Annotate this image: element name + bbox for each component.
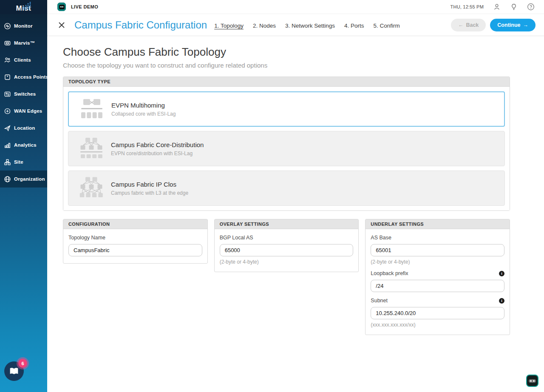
marvis-chat-button[interactable] — [526, 375, 538, 387]
mist-dots-icon — [23, 2, 34, 10]
as-base-label: AS Base — [371, 235, 391, 241]
bgp-local-as-hint: (2-byte or 4-byte) — [220, 259, 354, 265]
brand-logo[interactable]: Mist — [0, 0, 47, 14]
info-icon[interactable]: i — [499, 271, 504, 276]
wizard-steps: 1. Topology 2. Nodes 3. Network Settings… — [214, 23, 400, 29]
topology-option-subtitle: Collapsed core with ESI-Lag — [111, 111, 176, 117]
topology-option-title: Campus Fabric Core-Distribution — [111, 141, 204, 148]
marvis-icon — [4, 40, 11, 47]
topology-option-title: EVPN Multihoming — [111, 102, 176, 109]
topology-option-ip-clos[interactable]: Campus Fabric IP Clos Campus fabric with… — [68, 170, 505, 206]
wizard-header: Campus Fabric Configuration 1. Topology … — [47, 14, 544, 36]
wizard-title: Campus Fabric Configuration — [74, 19, 207, 31]
loopback-prefix-label: Loopback prefix — [371, 270, 408, 276]
organization-icon — [4, 176, 11, 183]
overlay-settings-panel: OVERLAY SETTINGS BGP Local AS (2-byte or… — [214, 219, 359, 272]
topology-type-header: TOPOLOGY TYPE — [63, 77, 510, 87]
sidebar-item-wan-edges[interactable]: WAN Edges — [0, 102, 47, 119]
sidebar-item-label: Marvis™ — [14, 40, 35, 45]
wan-edges-icon — [4, 108, 11, 115]
sidebar-item-organization[interactable]: Organization — [0, 170, 47, 187]
sidebar-item-label: WAN Edges — [14, 108, 42, 114]
sidebar-item-label: Monitor — [14, 23, 33, 28]
sidebar-item-access-points[interactable]: Access Points — [0, 68, 47, 85]
subnet-input[interactable] — [371, 307, 504, 319]
evpn-multihoming-icon — [80, 98, 104, 121]
step-network-settings[interactable]: 3. Network Settings — [285, 23, 335, 29]
sidebar-item-label: Site — [14, 159, 23, 165]
overlay-settings-header: OVERLAY SETTINGS — [215, 219, 359, 229]
location-icon — [4, 125, 11, 132]
sidebar-item-label: Analytics — [14, 142, 37, 148]
topology-name-label: Topology Name — [68, 235, 105, 241]
subnet-label: Subnet — [371, 298, 388, 304]
as-base-hint: (2-byte or 4-byte) — [371, 259, 504, 265]
step-nodes[interactable]: 2. Nodes — [253, 23, 276, 29]
subnet-hint: (xxx.xxx.xxx.xxx/xx) — [371, 322, 504, 328]
ip-clos-icon — [79, 177, 103, 200]
topbar: LIVE DEMO THU, 12:55 PM — [47, 0, 544, 14]
main-area: LIVE DEMO THU, 12:55 PM Campus Fabric Co… — [47, 0, 544, 392]
core-distribution-icon — [79, 137, 103, 160]
sidebar-item-label: Location — [14, 125, 35, 131]
step-ports[interactable]: 4. Ports — [344, 23, 364, 29]
analytics-icon — [4, 142, 11, 149]
underlay-settings-panel: UNDERLAY SETTINGS AS Base (2-byte or 4-b… — [365, 219, 510, 335]
clock-label: THU, 12:55 PM — [450, 4, 484, 9]
access-points-icon — [4, 74, 11, 81]
sidebar-item-monitor[interactable]: Monitor — [0, 17, 47, 34]
sidebar-item-label: Access Points — [14, 74, 48, 80]
whats-new-button[interactable]: 6 — [4, 361, 24, 381]
clients-icon — [4, 57, 11, 64]
sidebar-item-label: Clients — [14, 57, 31, 62]
topology-option-subtitle: Campus fabric with L3 at the edge — [111, 190, 188, 196]
continue-button[interactable]: Continue → — [490, 19, 536, 31]
topology-option-core-distribution[interactable]: Campus Fabric Core-Distribution EVPN cor… — [68, 131, 505, 166]
topology-option-evpn-multihoming[interactable]: EVPN Multihoming Collapsed core with ESI… — [68, 91, 505, 127]
topology-name-input[interactable] — [68, 244, 202, 256]
sidebar-item-site[interactable]: Site — [0, 153, 47, 170]
marvis-bot-icon — [529, 379, 536, 383]
topology-option-title: Campus Fabric IP Clos — [111, 181, 188, 188]
sidebar-item-label: Switches — [14, 91, 36, 97]
sidebar-item-marvis[interactable]: Marvis™ — [0, 34, 47, 51]
lightbulb-icon[interactable] — [510, 3, 518, 11]
configuration-panel: CONFIGURATION Topology Name — [63, 219, 208, 264]
bgp-local-as-input[interactable] — [220, 244, 354, 256]
sidebar-item-clients[interactable]: Clients — [0, 51, 47, 68]
page-title: Choose Campus Fabric Topology — [63, 45, 510, 59]
page-subtitle: Choose the topology you want to construc… — [63, 62, 510, 69]
marvis-demo-icon[interactable] — [57, 3, 66, 11]
open-book-icon — [8, 366, 20, 377]
back-button[interactable]: ← Back — [451, 19, 486, 31]
site-icon — [4, 159, 11, 166]
loopback-prefix-input[interactable] — [371, 280, 504, 292]
topology-option-subtitle: EVPN core/distribution with ESI-Lag — [111, 151, 204, 156]
notification-badge: 6 — [18, 359, 27, 368]
sidebar-item-label: Organization — [14, 176, 45, 182]
switches-icon — [4, 91, 11, 98]
step-confirm[interactable]: 5. Confirm — [374, 23, 400, 29]
sidebar-nav: Monitor Marvis™ Clients Access Points Sw… — [0, 14, 47, 187]
topology-type-panel: TOPOLOGY TYPE — [63, 77, 510, 211]
as-base-input[interactable] — [371, 244, 504, 256]
monitor-icon — [4, 23, 11, 30]
info-icon[interactable]: i — [499, 298, 504, 304]
settings-row: CONFIGURATION Topology Name OVERLAY SETT… — [63, 219, 510, 335]
close-icon[interactable] — [57, 21, 66, 29]
underlay-settings-header: UNDERLAY SETTINGS — [366, 219, 510, 229]
sidebar-item-analytics[interactable]: Analytics — [0, 136, 47, 153]
user-account-icon[interactable] — [493, 3, 501, 11]
back-arrow-icon: ← — [458, 22, 464, 28]
live-demo-label: LIVE DEMO — [71, 4, 98, 9]
sidebar: Mist Monitor Marvis™ Client — [0, 0, 47, 392]
step-topology[interactable]: 1. Topology — [214, 23, 244, 29]
help-icon[interactable] — [527, 3, 535, 11]
sidebar-item-switches[interactable]: Switches — [0, 85, 47, 102]
page-content: Choose Campus Fabric Topology Choose the… — [47, 36, 544, 335]
configuration-header: CONFIGURATION — [63, 219, 207, 229]
continue-arrow-icon: → — [523, 22, 529, 28]
sidebar-item-location[interactable]: Location — [0, 119, 47, 136]
bgp-local-as-label: BGP Local AS — [220, 235, 253, 241]
app-window: Mist Monitor Marvis™ Client — [0, 0, 544, 392]
